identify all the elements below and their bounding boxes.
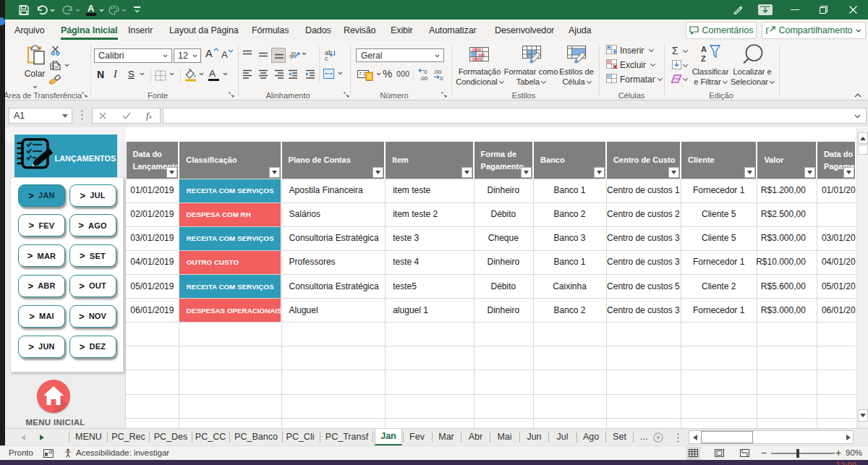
svg-text:Z: Z xyxy=(701,54,706,63)
svg-text:A: A xyxy=(701,45,707,54)
svg-text:.00: .00 xyxy=(433,69,442,75)
svg-text:0: 0 xyxy=(424,69,427,75)
svg-text:c: c xyxy=(325,55,328,61)
svg-text:0: 0 xyxy=(440,75,443,82)
svg-text:ab: ab xyxy=(289,49,298,59)
svg-text:.00: .00 xyxy=(420,75,428,82)
